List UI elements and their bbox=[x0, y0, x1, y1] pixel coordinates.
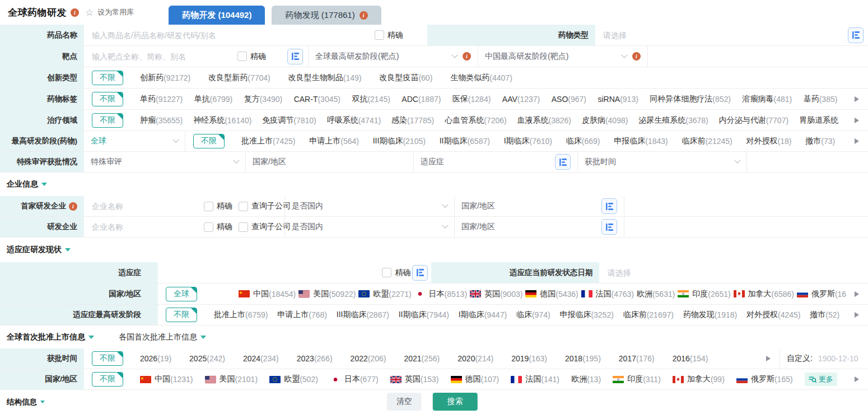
filter-option[interactable]: 欧洲(13) bbox=[571, 374, 601, 384]
filter-option[interactable]: 日本(8513) bbox=[414, 289, 467, 299]
indication-tree-icon[interactable] bbox=[412, 265, 428, 281]
filter-option[interactable]: 申报临床(3252) bbox=[559, 310, 613, 320]
exact-checkbox[interactable] bbox=[204, 202, 213, 211]
filter-option[interactable]: 撤市(73) bbox=[805, 136, 835, 146]
filter-option[interactable]: 生物类似药(4407) bbox=[450, 73, 512, 83]
filter-option[interactable]: CAR-T(3045) bbox=[294, 95, 340, 104]
filter-option[interactable]: 2021(256) bbox=[404, 354, 440, 363]
stage-scope-select[interactable]: 全球 bbox=[84, 131, 185, 151]
filter-option[interactable]: II期临床(6587) bbox=[440, 136, 490, 146]
global-button[interactable]: 全球 bbox=[166, 287, 197, 301]
filter-option[interactable]: 加拿大(6586) bbox=[734, 289, 794, 299]
expand-arrow-icon[interactable] bbox=[855, 312, 859, 318]
filter-option[interactable]: 呼吸系统(4741) bbox=[327, 115, 381, 125]
section-title-company[interactable]: 企业信息 bbox=[7, 179, 47, 189]
filter-option[interactable]: 俄罗斯(165) bbox=[736, 374, 793, 384]
filter-option[interactable]: 撤市(52) bbox=[810, 310, 839, 320]
filter-option[interactable]: 日本(677) bbox=[330, 374, 379, 384]
global-target-stage-select[interactable]: 全球最高研发阶段(靶点) bbox=[308, 46, 478, 67]
filter-option[interactable]: 医保(1284) bbox=[452, 94, 491, 104]
filter-option[interactable]: 印度(2651) bbox=[678, 289, 730, 299]
company-country-select[interactable]: 国家/地区 bbox=[454, 217, 624, 237]
country-tree-icon[interactable] bbox=[601, 198, 617, 214]
company-input[interactable] bbox=[91, 222, 190, 232]
drug-type-tree-icon[interactable] bbox=[848, 27, 864, 43]
expand-arrow-icon[interactable] bbox=[766, 356, 771, 361]
section-title-structure[interactable]: 结构信息 bbox=[7, 397, 45, 407]
filter-option[interactable]: 感染(17785) bbox=[391, 115, 434, 125]
filter-option[interactable]: 心血管系统(7206) bbox=[445, 115, 506, 125]
more-button[interactable]: 更多 bbox=[805, 373, 837, 386]
first-company-domestic-select[interactable]: 是否国内 bbox=[284, 196, 454, 216]
filter-option[interactable]: 2017(176) bbox=[619, 354, 655, 363]
filter-option[interactable]: 印度(311) bbox=[613, 374, 661, 384]
filter-option[interactable]: ADC(1887) bbox=[402, 95, 441, 104]
filter-option[interactable]: 胃肠道系统 bbox=[799, 115, 838, 125]
exact-checkbox[interactable] bbox=[375, 30, 384, 40]
favorite-star-icon[interactable] bbox=[85, 8, 94, 17]
section-title-global-first[interactable]: 全球首次批准上市信息 bbox=[7, 332, 94, 342]
exact-checkbox[interactable] bbox=[237, 52, 247, 61]
expand-arrow-icon[interactable] bbox=[855, 118, 859, 123]
filter-option[interactable]: 改良型生物制品(149) bbox=[288, 73, 362, 83]
filter-option[interactable]: 中国(18454) bbox=[239, 289, 296, 299]
clear-button[interactable]: 清空 bbox=[387, 393, 422, 411]
filter-option[interactable]: 临床(669) bbox=[566, 136, 600, 146]
filter-option[interactable]: I期临床(7610) bbox=[504, 136, 552, 146]
filter-option[interactable]: 批准上市(7425) bbox=[241, 136, 295, 146]
filter-option[interactable]: 申请上市(768) bbox=[277, 310, 327, 320]
filter-option[interactable]: 德国(107) bbox=[451, 374, 500, 384]
filter-option[interactable]: 欧洲(5631) bbox=[637, 289, 675, 299]
filter-option[interactable]: II期临床(7944) bbox=[399, 310, 449, 320]
filter-option[interactable]: 2020(214) bbox=[458, 354, 493, 363]
filter-option[interactable]: 2024(234) bbox=[243, 354, 279, 363]
filter-option[interactable]: 双抗(2145) bbox=[352, 94, 390, 104]
filter-option[interactable]: 英国(153) bbox=[390, 374, 439, 384]
filter-option[interactable]: 加拿大(99) bbox=[673, 374, 725, 384]
company-domestic-select[interactable]: 是否国内 bbox=[284, 217, 454, 237]
filter-option[interactable]: 泌尿生殖系统(3678) bbox=[638, 115, 708, 125]
filter-option[interactable]: 对外授权(18) bbox=[746, 136, 792, 146]
expand-arrow-icon[interactable] bbox=[855, 96, 859, 102]
expand-arrow-icon[interactable] bbox=[855, 291, 859, 297]
filter-option[interactable]: 单药(91227) bbox=[140, 94, 183, 104]
filter-option[interactable]: 中国(1231) bbox=[140, 374, 193, 384]
target-input[interactable] bbox=[91, 52, 224, 62]
filter-option[interactable]: 溶瘤病毒(481) bbox=[743, 94, 792, 104]
filter-option[interactable]: 临床(974) bbox=[516, 310, 550, 320]
expand-arrow-icon[interactable] bbox=[855, 376, 859, 382]
filter-option[interactable]: 皮肤病(4098) bbox=[582, 115, 628, 125]
filter-option[interactable]: III期临床(2105) bbox=[373, 136, 426, 146]
filter-option[interactable]: 肿瘤(35655) bbox=[140, 115, 183, 125]
sub-company-checkbox[interactable] bbox=[239, 202, 248, 211]
unlimited-button[interactable]: 不限 bbox=[92, 92, 123, 106]
filter-option[interactable]: 2018(195) bbox=[565, 354, 601, 363]
filter-option[interactable]: 2019(163) bbox=[511, 354, 547, 363]
custom-date-value[interactable]: 1900-12-10 bbox=[818, 354, 858, 363]
filter-option[interactable]: 法国(141) bbox=[511, 374, 559, 384]
filter-option[interactable]: 同种异体细胞疗法(852) bbox=[650, 94, 731, 104]
info-icon[interactable] bbox=[71, 8, 79, 17]
china-target-stage-select[interactable]: 中国最高研发阶段(靶点) bbox=[478, 46, 647, 67]
unlimited-button[interactable]: 不限 bbox=[92, 372, 123, 387]
filter-option[interactable]: 美国(2101) bbox=[205, 374, 258, 384]
exact-checkbox[interactable] bbox=[382, 268, 391, 277]
filter-option[interactable]: siRNA(913) bbox=[598, 95, 638, 104]
filter-option[interactable]: 免疫调节(7810) bbox=[262, 115, 316, 125]
info-icon[interactable] bbox=[632, 52, 641, 61]
indication-tree-icon[interactable] bbox=[555, 154, 571, 170]
filter-option[interactable]: 欧盟(502) bbox=[269, 374, 318, 384]
filter-option[interactable]: AAV(1237) bbox=[502, 95, 540, 104]
sub-company-checkbox[interactable] bbox=[239, 222, 248, 232]
filter-option[interactable]: 神经系统(16140) bbox=[193, 115, 251, 125]
expand-arrow-icon[interactable] bbox=[855, 138, 859, 144]
exact-checkbox[interactable] bbox=[204, 222, 213, 232]
filter-option[interactable]: ASO(967) bbox=[552, 95, 586, 104]
set-favorite-label[interactable]: 设为常用库 bbox=[97, 7, 134, 17]
filter-option[interactable]: 对外授权(4245) bbox=[746, 310, 800, 320]
indication-date-select[interactable] bbox=[606, 268, 861, 278]
filter-option[interactable]: 2022(206) bbox=[351, 354, 386, 363]
filter-option[interactable]: 药物发现(1918) bbox=[683, 310, 737, 320]
filter-option[interactable]: 基药(385) bbox=[804, 94, 838, 104]
filter-option[interactable]: 内分泌与代谢(7707) bbox=[719, 115, 788, 125]
